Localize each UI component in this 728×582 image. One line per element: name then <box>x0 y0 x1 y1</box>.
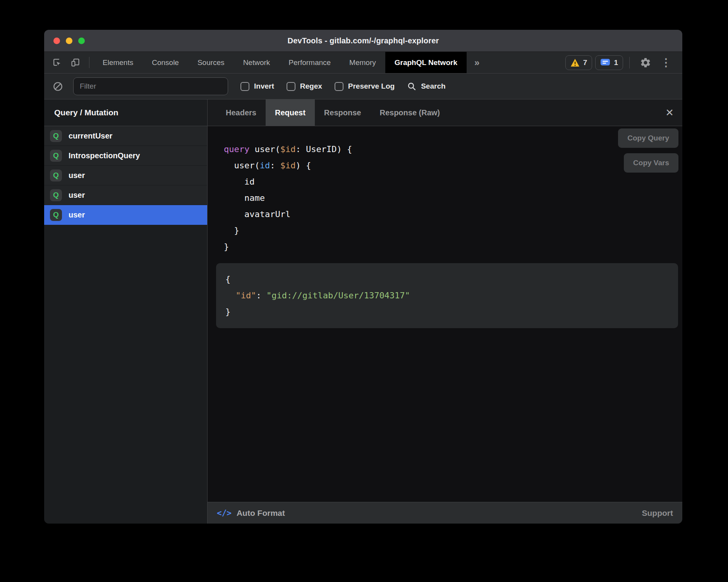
query-list-item-user[interactable]: Quser <box>44 166 207 185</box>
checkbox-preserve-log[interactable]: Preserve Log <box>335 82 395 91</box>
checkbox-label: Preserve Log <box>348 82 395 91</box>
checkbox-box[interactable] <box>240 82 249 91</box>
query-list-item-user[interactable]: Quser <box>44 185 207 205</box>
code-line: user(id: $id) { <box>224 157 682 174</box>
query-list-item-currentuser[interactable]: QcurrentUser <box>44 126 207 146</box>
title-bar: DevTools - gitlab.com/-/graphql-explorer <box>44 30 682 52</box>
query-type-badge: Q <box>50 169 62 181</box>
code-line: id <box>224 174 682 190</box>
detail-tabs: HeadersRequestResponseResponse (Raw)✕ <box>208 99 682 126</box>
search-icon <box>407 82 417 91</box>
zoom-window-button[interactable] <box>78 38 85 44</box>
traffic-lights <box>53 30 85 51</box>
tab-network[interactable]: Network <box>234 52 280 73</box>
query-list-item-introspectionquery[interactable]: QIntrospectionQuery <box>44 146 207 166</box>
filter-checkboxes: InvertRegexPreserve Log <box>228 82 395 91</box>
code-line: { <box>225 271 669 288</box>
filter-input[interactable] <box>73 77 228 95</box>
issues-badge[interactable]: 1 <box>595 55 623 70</box>
support-link[interactable]: Support <box>642 508 673 518</box>
toolbar-divider <box>89 57 89 68</box>
detail-pane: HeadersRequestResponseResponse (Raw)✕ Co… <box>208 99 682 524</box>
tab-graphql-network[interactable]: GraphQL Network <box>385 52 467 73</box>
query-name-label: user <box>69 171 85 180</box>
message-icon <box>600 58 610 67</box>
tab-sources[interactable]: Sources <box>188 52 234 73</box>
code-line: } <box>225 304 669 320</box>
warning-count: 7 <box>583 58 587 67</box>
checkbox-invert[interactable]: Invert <box>240 82 274 91</box>
device-toolbar-icon[interactable] <box>70 57 81 68</box>
auto-format-label: Auto Format <box>237 508 285 518</box>
query-name-label: user <box>69 191 85 200</box>
main-content: Query / Mutation QcurrentUserQIntrospect… <box>44 99 682 524</box>
graphql-query-code: query user($id: UserID) { user(id: $id) … <box>208 126 682 255</box>
detail-tab-request[interactable]: Request <box>266 99 315 126</box>
close-window-button[interactable] <box>53 38 60 44</box>
minimize-window-button[interactable] <box>66 38 72 44</box>
code-line: } <box>224 239 682 255</box>
warning-icon <box>570 58 580 67</box>
query-sidebar: Query / Mutation QcurrentUserQIntrospect… <box>44 99 208 524</box>
checkbox-label: Regex <box>300 82 322 91</box>
request-panel: Copy Query Copy Vars query user($id: Use… <box>208 126 682 502</box>
inspect-element-icon[interactable] <box>52 57 62 68</box>
panel-footer: </> Auto Format Support <box>208 502 682 524</box>
query-name-label: currentUser <box>69 132 112 140</box>
checkbox-regex[interactable]: Regex <box>287 82 322 91</box>
tab-elements[interactable]: Elements <box>93 52 143 73</box>
auto-format-button[interactable]: </> Auto Format <box>217 508 285 518</box>
checkbox-box[interactable] <box>287 82 295 91</box>
query-type-badge: Q <box>50 209 62 221</box>
settings-gear-icon[interactable] <box>636 57 655 68</box>
copy-query-button[interactable]: Copy Query <box>618 128 678 148</box>
code-line: avatarUrl <box>224 206 682 223</box>
copy-vars-button[interactable]: Copy Vars <box>624 153 678 173</box>
code-brackets-icon: </> <box>217 508 232 518</box>
devtools-toolbar: ElementsConsoleSourcesNetworkPerformance… <box>44 52 682 74</box>
detail-tab-response[interactable]: Response <box>315 99 371 126</box>
code-line: name <box>224 190 682 206</box>
detail-tab-response-raw[interactable]: Response (Raw) <box>370 99 449 126</box>
search-toggle[interactable]: Search <box>407 82 445 91</box>
tab-memory[interactable]: Memory <box>340 52 385 73</box>
more-tabs-icon[interactable]: » <box>467 52 487 73</box>
query-list: QcurrentUserQIntrospectionQueryQuserQuse… <box>44 126 207 524</box>
checkbox-label: Invert <box>254 82 274 91</box>
filter-bar: InvertRegexPreserve Log Search <box>44 74 682 99</box>
query-type-badge: Q <box>50 130 62 142</box>
overflow-menu-icon[interactable]: ⋮ <box>658 57 674 68</box>
search-label: Search <box>421 82 445 91</box>
query-type-badge: Q <box>50 189 62 201</box>
query-variables-block: { "id": "gid://gitlab/User/13704317"} <box>216 263 678 328</box>
clear-block-icon[interactable] <box>53 81 63 92</box>
query-list-item-user[interactable]: Quser <box>44 205 207 225</box>
tab-performance[interactable]: Performance <box>279 52 340 73</box>
code-line: query user($id: UserID) { <box>224 141 682 157</box>
window-title: DevTools - gitlab.com/-/graphql-explorer <box>287 36 439 45</box>
query-name-label: IntrospectionQuery <box>69 151 140 160</box>
toolbar-divider <box>629 57 630 68</box>
warnings-badge[interactable]: 7 <box>565 55 592 70</box>
code-line: } <box>224 223 682 239</box>
issues-count: 1 <box>614 58 618 67</box>
detail-tab-headers[interactable]: Headers <box>216 99 266 126</box>
query-type-badge: Q <box>50 150 62 162</box>
sidebar-header: Query / Mutation <box>44 99 207 126</box>
query-name-label: user <box>69 211 85 219</box>
checkbox-box[interactable] <box>335 82 343 91</box>
devtools-window: DevTools - gitlab.com/-/graphql-explorer… <box>44 30 682 524</box>
devtools-tabs: ElementsConsoleSourcesNetworkPerformance… <box>93 52 467 73</box>
code-line: "id": "gid://gitlab/User/13704317" <box>225 288 669 304</box>
tab-console[interactable]: Console <box>143 52 188 73</box>
close-icon[interactable]: ✕ <box>665 99 674 126</box>
